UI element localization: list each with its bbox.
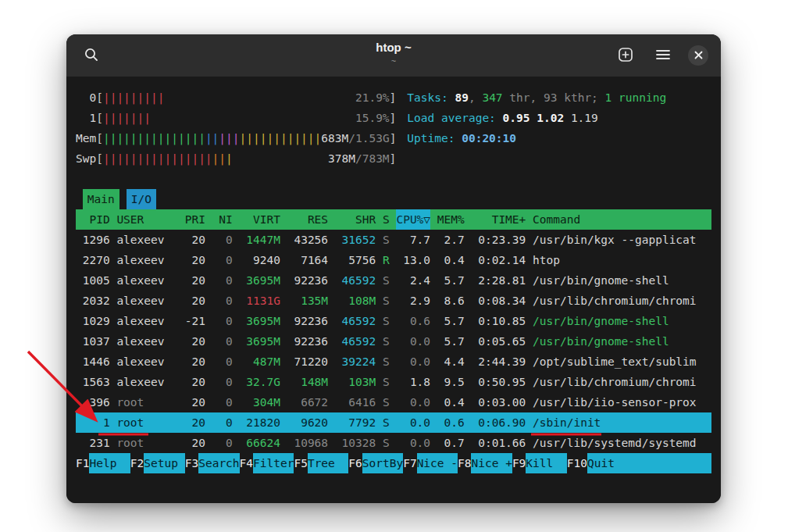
cell-gap — [205, 311, 212, 331]
cell-ni: 0 — [212, 230, 233, 250]
col-header-user[interactable]: USER — [116, 209, 178, 230]
cell-gap — [280, 433, 287, 453]
process-row-1029[interactable]: 1029 alexeev -21 0 3695M 92236 46592 S 0… — [76, 311, 711, 331]
new-tab-button[interactable] — [613, 43, 638, 68]
cell-user: alexeev — [116, 331, 178, 352]
cell-virt: 1447M — [240, 230, 280, 250]
fnkey-f3[interactable]: F3Search — [185, 453, 240, 473]
cell-mem: 4.4 — [437, 352, 465, 372]
meter-bracket-close: ] — [390, 128, 397, 148]
fnkey-label: Setup — [144, 453, 184, 473]
cell-ni: 0 — [212, 270, 233, 291]
stat-segment: 1.19 — [571, 112, 598, 124]
fnkey-f1[interactable]: F1Help — [76, 453, 130, 473]
fnkey-f9[interactable]: F9Kill — [512, 453, 567, 473]
process-row-2270[interactable]: 2270 alexeev 20 0 9240 7164 5756 R 13.0 … — [76, 250, 711, 270]
cell-virt: 304M — [240, 392, 280, 412]
cell-user: alexeev — [116, 372, 178, 392]
cell-pid: 2032 — [76, 291, 110, 311]
fnkey-f8[interactable]: F8Nice + — [458, 453, 512, 473]
col-header-ni[interactable]: NI — [212, 209, 233, 230]
cell-gap — [280, 230, 287, 250]
uptime-line: Uptime: 00:20:10 — [407, 128, 666, 148]
cell-time+: 2:28.81 — [471, 270, 526, 291]
process-row-1446[interactable]: 1446 alexeev 20 0 487M 71220 39224 S 0.0… — [76, 352, 711, 372]
blank-line — [76, 169, 711, 189]
cell-cpu: 0.0 — [396, 331, 430, 352]
cell-time+: 0:23.39 — [471, 230, 526, 250]
col-header-mem[interactable]: MEM% — [437, 209, 465, 230]
cell-time+: 0:50.95 — [471, 372, 526, 392]
cell-pid: 396 — [76, 392, 110, 412]
meter-bar-segment: ||||||||| — [103, 91, 165, 104]
fnkey-f7[interactable]: F7Nice - — [403, 453, 458, 473]
cell-gap — [110, 392, 117, 412]
col-header-cpu[interactable]: CPU%▽ — [396, 209, 430, 230]
cell-user: alexeev — [116, 291, 178, 311]
cell-gap — [233, 372, 240, 392]
col-header-pid[interactable]: PID — [76, 209, 110, 230]
process-row-1296[interactable]: 1296 alexeev 20 0 1447M 43256 31652 S 7.… — [76, 230, 711, 250]
process-row-1563[interactable]: 1563 alexeev 20 0 32.7G 148M 103M S 1.8 … — [76, 372, 711, 392]
tab-i-o[interactable]: I/O — [127, 189, 156, 209]
cell-pri: 20 — [185, 412, 205, 433]
terminal-window: htop ~ ~ 0[||||||||| — [66, 34, 721, 503]
cell-gap — [205, 291, 212, 311]
cell-virt: 3695M — [240, 270, 280, 291]
cell-s: R — [383, 250, 390, 270]
cell-gap — [465, 433, 472, 453]
cell-gap — [233, 392, 240, 412]
col-header-pri[interactable]: PRI — [185, 209, 205, 230]
header-meters-area: 0[||||||||| 21.9%] 1[||||||| 15.9%]Mem[|… — [76, 87, 711, 169]
col-header-time+[interactable]: TIME+ — [471, 209, 526, 230]
cell-gap — [328, 311, 335, 331]
cell-gap — [205, 412, 212, 433]
cell-mem: 9.5 — [437, 372, 465, 392]
col-header-command[interactable]: Command — [533, 209, 580, 230]
cell-pid: 1296 — [76, 230, 110, 250]
fnkey-f6[interactable]: F6SortBy — [348, 453, 403, 473]
fnkey-f2[interactable]: F2Setup — [130, 453, 185, 473]
cell-user: root — [116, 412, 178, 433]
cell-res: 10968 — [287, 433, 328, 453]
stat-segment: 93 kthr; — [544, 91, 605, 104]
cell-gap — [328, 372, 335, 392]
fnkey-f10[interactable]: F10Quit — [567, 453, 711, 473]
cell-gap — [205, 433, 212, 453]
cell-gap — [178, 331, 185, 352]
tab-main[interactable]: Main — [83, 189, 119, 209]
fnkey-number: F3 — [185, 453, 198, 473]
cell-gap — [328, 270, 335, 291]
process-row-396[interactable]: 396 root 20 0 304M 6672 6416 S 0.0 0.4 0… — [76, 392, 711, 412]
cell-gap — [233, 433, 240, 453]
process-row-1005[interactable]: 1005 alexeev 20 0 3695M 92236 46592 S 2.… — [76, 270, 711, 291]
cell-pri: 20 — [185, 230, 205, 250]
fnkey-f4[interactable]: F4Filter — [240, 453, 294, 473]
cell-res: 135M — [287, 291, 328, 311]
col-header-shr[interactable]: SHR — [335, 209, 376, 230]
cell-gap — [233, 311, 240, 331]
process-row-231[interactable]: 231 root 20 0 66624 10968 10328 S 0.0 0.… — [76, 433, 711, 453]
fnkey-number: F8 — [458, 453, 471, 473]
cell-gap — [328, 433, 335, 453]
column-gap — [390, 209, 397, 230]
cell-gap — [390, 352, 397, 372]
search-button[interactable] — [79, 43, 104, 68]
cell-gap — [465, 412, 472, 433]
process-row-2032[interactable]: 2032 alexeev 20 0 1131G 135M 108M S 2.9 … — [76, 291, 711, 311]
process-row-1[interactable]: 1 root 20 0 21820 9620 7792 S 0.0 0.6 0:… — [76, 412, 711, 433]
fnkey-f5[interactable]: F5Tree — [294, 453, 348, 473]
cell-gap — [110, 331, 117, 352]
cell-gap — [526, 352, 533, 372]
process-row-1037[interactable]: 1037 alexeev 20 0 3695M 92236 46592 S 0.… — [76, 331, 711, 352]
meter-swp: Swp[||||||||||||||||||| 378M/783M] — [76, 148, 396, 169]
cell-res: 7164 — [287, 250, 328, 270]
cell-cpu: 0.0 — [396, 433, 430, 453]
col-header-s[interactable]: S — [383, 209, 390, 230]
col-header-res[interactable]: RES — [287, 209, 328, 230]
meter-label: 1 — [76, 108, 96, 128]
menu-button[interactable] — [651, 43, 676, 68]
col-header-virt[interactable]: VIRT — [240, 209, 280, 230]
close-button[interactable] — [688, 45, 708, 66]
cell-command: htop — [533, 250, 560, 270]
